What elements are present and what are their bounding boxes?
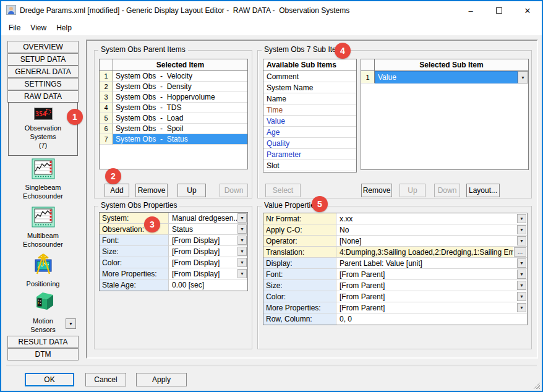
- chevron-down-icon[interactable]: ▼: [517, 236, 526, 245]
- menu-file[interactable]: File: [4, 22, 25, 34]
- resize-grip[interactable]: [532, 381, 540, 389]
- chevron-down-icon[interactable]: ▼: [237, 269, 247, 278]
- row-label: System Obs - TDS: [113, 103, 247, 113]
- list-item[interactable]: Age: [263, 127, 356, 138]
- property-value[interactable]: [From Display]: [169, 246, 237, 257]
- chevron-down-icon[interactable]: ▼: [237, 247, 247, 256]
- sidebar-item-dtm[interactable]: DTM: [7, 348, 79, 360]
- list-item[interactable]: Quality: [263, 138, 356, 149]
- property-label: Color:: [263, 291, 336, 302]
- property-value[interactable]: [From Parent]: [336, 280, 516, 291]
- sidebar-more-button[interactable]: ▼: [66, 318, 76, 329]
- chevron-down-icon[interactable]: ▼: [517, 292, 526, 301]
- chevron-down-icon[interactable]: ▼: [517, 214, 526, 223]
- property-row: Display:Parent Label: Value [unit]▼: [263, 258, 527, 269]
- sidebar-item-multibeam-echosounder[interactable]: Multibeam Echosounder: [8, 207, 78, 251]
- table-row[interactable]: 6System Obs - Spoil: [100, 124, 247, 134]
- property-value[interactable]: [None]: [336, 236, 516, 246]
- row-label: System Obs - Velocity: [113, 71, 247, 82]
- sidebar-item-setup-data[interactable]: SETUP DATA: [7, 53, 79, 66]
- remove-sub-button[interactable]: Remove: [361, 184, 392, 197]
- nav-label: SETTINGS: [24, 80, 61, 88]
- property-row: Font:[From Display]▼: [100, 235, 247, 246]
- chevron-down-icon[interactable]: ▼: [237, 213, 247, 223]
- chevron-down-icon[interactable]: ▼: [517, 258, 526, 268]
- ok-button[interactable]: OK: [25, 373, 74, 386]
- chevron-down-icon[interactable]: ▼: [517, 281, 526, 290]
- property-value[interactable]: Parent Label: Value [unit]: [336, 258, 516, 268]
- sidebar-item-overview[interactable]: OVERVIEW: [7, 41, 79, 53]
- tool-label: Positioning: [27, 279, 60, 288]
- maximize-icon: [496, 7, 502, 14]
- apply-button[interactable]: Apply: [136, 373, 187, 386]
- list-item[interactable]: System Name: [263, 82, 356, 93]
- group-title: System Obs Properties: [98, 201, 179, 210]
- cancel-button[interactable]: Cancel: [85, 373, 126, 386]
- list-item[interactable]: Time: [263, 104, 356, 116]
- sub-item-combobox[interactable]: Value: [375, 71, 518, 83]
- property-value[interactable]: Status: [169, 224, 237, 234]
- sidebar-item-settings[interactable]: SETTINGS: [7, 78, 79, 90]
- list-item[interactable]: Comment: [263, 71, 356, 82]
- table-row-selected[interactable]: 7System Obs - Status: [100, 134, 247, 145]
- maximize-button[interactable]: [485, 1, 513, 20]
- sidebar-item-general-data[interactable]: GENERAL DATA: [7, 66, 79, 78]
- property-value[interactable]: 0, 0: [336, 313, 527, 325]
- app-icon: [6, 5, 16, 17]
- sidebar-item-observation-systems[interactable]: 354 Observation Systems (7): [8, 102, 78, 156]
- list-item[interactable]: Value: [263, 116, 356, 127]
- property-value[interactable]: 4:Dumping,3:Sailing Loaded,2:Dredging,1:…: [336, 247, 513, 257]
- table-row[interactable]: 2System Obs - Density: [100, 82, 247, 92]
- chevron-down-icon[interactable]: ▼: [517, 225, 526, 234]
- menu-help[interactable]: Help: [51, 22, 77, 34]
- minimize-button[interactable]: –: [456, 1, 485, 20]
- layout-button[interactable]: Layout...: [466, 184, 500, 197]
- sidebar-item-singlebeam-echosounder[interactable]: Singlebeam Echosounder: [8, 158, 78, 203]
- remove-button[interactable]: Remove: [135, 184, 168, 197]
- chevron-down-icon[interactable]: ▼: [517, 303, 526, 312]
- chevron-down-icon[interactable]: ▼: [518, 71, 528, 83]
- property-value[interactable]: No: [336, 224, 516, 235]
- button-label: Remove: [138, 186, 166, 195]
- menu-view[interactable]: View: [25, 22, 51, 34]
- up-button[interactable]: Up: [177, 184, 206, 197]
- property-value[interactable]: [From Parent]: [336, 291, 516, 302]
- list-item[interactable]: Slot: [263, 160, 356, 171]
- property-value[interactable]: [From Parent]: [336, 269, 516, 279]
- item-label: Slot: [267, 161, 280, 170]
- list-item[interactable]: Parameter: [263, 149, 356, 160]
- footer-divider: [6, 365, 537, 365]
- sidebar-item-positioning[interactable]: Positioning: [8, 252, 78, 288]
- property-value[interactable]: 0.00 [sec]: [169, 279, 247, 291]
- header-label: Selected Sub Item: [375, 59, 528, 70]
- list-header: Available Sub Items: [263, 59, 356, 71]
- row-number: 1: [100, 71, 113, 82]
- property-value[interactable]: [From Display]: [169, 235, 237, 245]
- table-row[interactable]: 1System Obs - Velocity: [100, 71, 247, 82]
- property-value[interactable]: [From Parent]: [336, 302, 516, 313]
- property-value[interactable]: x.xx: [336, 213, 516, 224]
- sidebar-item-result-data[interactable]: RESULT DATA: [7, 336, 79, 348]
- item-label: Parameter: [267, 150, 301, 159]
- property-value[interactable]: [From Display]: [169, 257, 237, 268]
- table-row-selected[interactable]: 1 Value ▼: [361, 71, 528, 83]
- property-value[interactable]: [From Display]: [169, 268, 237, 279]
- table-row[interactable]: 4System Obs - TDS: [100, 103, 247, 113]
- property-value[interactable]: Manual dredgesen...: [169, 213, 237, 223]
- chevron-down-icon[interactable]: ▼: [237, 258, 247, 267]
- select-button[interactable]: Select: [265, 184, 301, 197]
- chevron-down-icon[interactable]: ▼: [237, 224, 247, 234]
- down-sub-button[interactable]: Down: [434, 184, 460, 197]
- chevron-down-icon[interactable]: ▼: [517, 270, 526, 279]
- add-button[interactable]: Add: [105, 184, 129, 197]
- close-button[interactable]: ✕: [513, 1, 542, 20]
- property-row: Operator:[None]▼: [263, 236, 527, 247]
- table-row[interactable]: 5System Obs - Load: [100, 113, 247, 124]
- table-row[interactable]: 3System Obs - Hoppervolume: [100, 92, 247, 103]
- ellipsis-button[interactable]: ...: [514, 247, 526, 257]
- list-item[interactable]: Name: [263, 93, 356, 104]
- sidebar-item-raw-data[interactable]: RAW DATA: [7, 90, 79, 103]
- down-button[interactable]: Down: [220, 184, 248, 197]
- chevron-down-icon[interactable]: ▼: [237, 236, 247, 245]
- up-sub-button[interactable]: Up: [400, 184, 425, 197]
